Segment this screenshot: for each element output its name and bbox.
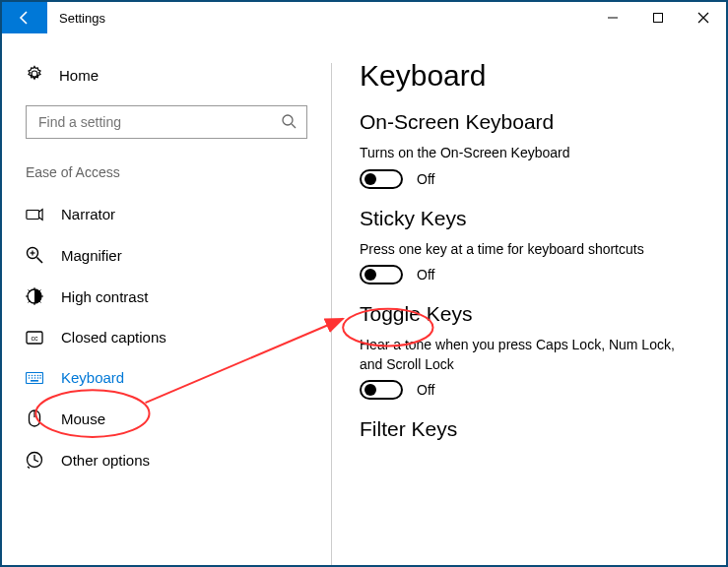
svg-line-14 xyxy=(29,290,31,292)
sidebar-item-label: Keyboard xyxy=(61,369,124,386)
svg-point-22 xyxy=(32,374,33,376)
section-desc-togglekeys: Hear a tone when you press Caps Lock, Nu… xyxy=(360,336,698,374)
sidebar-item-magnifier[interactable]: Magnifier xyxy=(2,234,331,276)
svg-text:cc: cc xyxy=(32,335,39,342)
close-button[interactable] xyxy=(681,2,726,33)
search-input[interactable] xyxy=(26,105,307,139)
toggle-sticky-keys[interactable]: Off xyxy=(360,265,698,284)
section-heading-onscreen: On-Screen Keyboard xyxy=(360,110,698,134)
toggle-switch[interactable] xyxy=(360,169,403,189)
svg-line-17 xyxy=(29,301,31,303)
svg-rect-31 xyxy=(31,380,38,382)
sidebar: Home Ease of Access Narrator xyxy=(2,33,331,565)
svg-line-3 xyxy=(292,124,296,128)
svg-point-26 xyxy=(29,377,31,379)
sidebar-item-label: Closed captions xyxy=(61,329,166,346)
toggle-switch[interactable] xyxy=(360,265,403,284)
keyboard-icon xyxy=(26,372,43,384)
toggle-state-label: Off xyxy=(417,267,434,283)
sidebar-item-label: Other options xyxy=(61,452,150,469)
svg-line-16 xyxy=(39,290,41,292)
sidebar-item-label: Mouse xyxy=(61,410,105,427)
page-title: Keyboard xyxy=(360,59,698,93)
sidebar-item-label: Narrator xyxy=(61,206,115,222)
gear-icon xyxy=(26,65,43,86)
sidebar-item-closedcaptions[interactable]: cc Closed captions xyxy=(2,317,331,357)
section-desc-onscreen: Turns on the On-Screen Keyboard xyxy=(360,144,698,163)
svg-point-28 xyxy=(34,377,36,379)
svg-line-6 xyxy=(37,258,43,264)
svg-rect-1 xyxy=(654,14,663,23)
toggle-toggle-keys[interactable]: Off xyxy=(360,380,698,400)
maximize-button[interactable] xyxy=(635,2,681,33)
section-heading-filterkeys: Filter Keys xyxy=(360,417,698,441)
narrator-icon xyxy=(26,207,43,222)
toggle-state-label: Off xyxy=(417,171,434,187)
svg-point-27 xyxy=(32,377,33,379)
other-options-icon xyxy=(26,451,43,469)
window-controls xyxy=(590,2,726,33)
settings-window: Settings Home xyxy=(2,2,726,565)
titlebar: Settings xyxy=(2,2,726,33)
svg-point-24 xyxy=(37,374,39,376)
sidebar-section-label: Ease of Access xyxy=(2,158,331,194)
magnifier-icon xyxy=(26,246,43,264)
search-field[interactable] xyxy=(36,113,281,131)
window-title: Settings xyxy=(47,2,590,33)
search-wrap xyxy=(2,94,331,158)
closed-captions-icon: cc xyxy=(26,331,43,345)
svg-point-29 xyxy=(37,377,39,379)
svg-point-2 xyxy=(283,115,293,125)
sidebar-item-highcontrast[interactable]: High contrast xyxy=(2,276,331,317)
mouse-icon xyxy=(26,410,43,427)
sidebar-item-label: High contrast xyxy=(61,288,148,305)
sidebar-item-otheroptions[interactable]: Other options xyxy=(2,439,331,480)
svg-point-25 xyxy=(39,374,41,376)
svg-point-23 xyxy=(34,374,36,376)
window-body: Home Ease of Access Narrator xyxy=(2,33,726,565)
sidebar-item-mouse[interactable]: Mouse xyxy=(2,398,331,439)
section-heading-sticky: Sticky Keys xyxy=(360,207,698,230)
toggle-state-label: Off xyxy=(417,382,434,398)
toggle-switch[interactable] xyxy=(360,380,403,400)
content-pane: Keyboard On-Screen Keyboard Turns on the… xyxy=(332,33,726,565)
svg-line-15 xyxy=(39,301,41,303)
svg-rect-4 xyxy=(27,210,39,219)
svg-point-30 xyxy=(39,377,41,379)
toggle-onscreen-keyboard[interactable]: Off xyxy=(360,169,698,189)
section-desc-sticky: Press one key at a time for keyboard sho… xyxy=(360,240,698,260)
back-button[interactable] xyxy=(2,2,47,33)
sidebar-home[interactable]: Home xyxy=(2,57,331,94)
minimize-button[interactable] xyxy=(590,2,635,33)
sidebar-item-keyboard[interactable]: Keyboard xyxy=(2,357,331,398)
sidebar-item-narrator[interactable]: Narrator xyxy=(2,194,331,234)
sidebar-home-label: Home xyxy=(59,67,99,84)
sidebar-item-label: Magnifier xyxy=(61,247,122,264)
search-icon xyxy=(281,113,297,132)
contrast-icon xyxy=(26,287,43,305)
svg-point-21 xyxy=(29,374,31,376)
section-heading-togglekeys: Toggle Keys xyxy=(360,302,698,326)
